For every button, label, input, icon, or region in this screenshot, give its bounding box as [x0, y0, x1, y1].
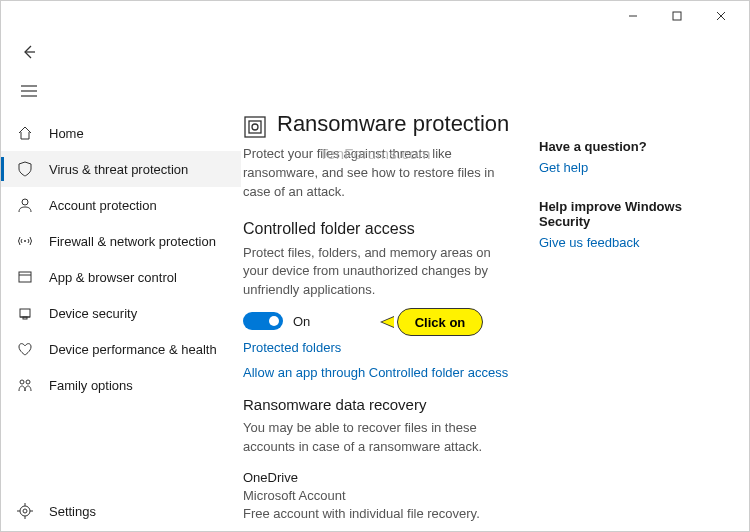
sidebar-item-label: App & browser control — [49, 270, 177, 285]
sidebar-item-virus-threat[interactable]: Virus & threat protection — [1, 151, 241, 187]
sidebar-item-account[interactable]: Account protection — [1, 187, 241, 223]
svg-rect-24 — [249, 121, 261, 133]
ms-account-desc: Free account with individual file recove… — [243, 505, 519, 523]
right-panel: Have a question? Get help Help improve W… — [531, 111, 721, 532]
svg-point-25 — [252, 124, 258, 130]
svg-rect-10 — [19, 272, 31, 282]
allow-app-link[interactable]: Allow an app through Controlled folder a… — [243, 365, 519, 380]
sidebar-item-label: Family options — [49, 378, 133, 393]
get-help-link[interactable]: Get help — [539, 160, 721, 175]
page-title: Ransomware protection — [277, 111, 509, 137]
signal-icon — [15, 231, 35, 251]
cfa-heading: Controlled folder access — [243, 220, 519, 238]
sidebar-item-device-security[interactable]: Device security — [1, 295, 241, 331]
family-icon — [15, 375, 35, 395]
ransomware-icon — [243, 115, 267, 139]
app-icon — [15, 267, 35, 287]
svg-rect-1 — [673, 12, 681, 20]
sidebar-item-label: Account protection — [49, 198, 157, 213]
toggle-label: On — [293, 314, 310, 329]
cfa-toggle[interactable] — [243, 312, 283, 330]
gear-icon — [15, 501, 35, 521]
onedrive-title: OneDrive — [243, 469, 519, 487]
minimize-button[interactable] — [611, 1, 655, 31]
cfa-description: Protect files, folders, and memory areas… — [243, 244, 519, 301]
sidebar-item-label: Device security — [49, 306, 137, 321]
svg-point-9 — [24, 240, 26, 242]
sidebar-item-home[interactable]: Home — [1, 115, 241, 151]
question-heading: Have a question? — [539, 139, 721, 154]
hamburger-row — [1, 73, 749, 109]
svg-rect-12 — [20, 309, 30, 317]
svg-point-17 — [20, 506, 30, 516]
maximize-button[interactable] — [655, 1, 699, 31]
improve-heading: Help improve Windows Security — [539, 199, 721, 229]
sidebar-item-performance[interactable]: Device performance & health — [1, 331, 241, 367]
back-button[interactable] — [15, 38, 43, 66]
svg-point-15 — [20, 380, 24, 384]
sidebar-item-label: Home — [49, 126, 84, 141]
sidebar-item-firewall[interactable]: Firewall & network protection — [1, 223, 241, 259]
main-content: Ransomware protection Protect your files… — [241, 109, 749, 532]
svg-point-16 — [26, 380, 30, 384]
sidebar-item-app-browser[interactable]: App & browser control — [1, 259, 241, 295]
recovery-description: You may be able to recover files in thes… — [243, 419, 519, 457]
home-icon — [15, 123, 35, 143]
hamburger-button[interactable] — [15, 77, 43, 105]
ms-account-label: Microsoft Account — [243, 487, 519, 505]
sidebar-item-family[interactable]: Family options — [1, 367, 241, 403]
protected-folders-link[interactable]: Protected folders — [243, 340, 519, 355]
close-button[interactable] — [699, 1, 743, 31]
chip-icon — [15, 303, 35, 323]
shield-icon — [15, 159, 35, 179]
sidebar-item-label: Virus & threat protection — [49, 162, 188, 177]
feedback-link[interactable]: Give us feedback — [539, 235, 721, 250]
settings-label: Settings — [49, 504, 96, 519]
heart-icon — [15, 339, 35, 359]
svg-point-18 — [23, 509, 27, 513]
person-icon — [15, 195, 35, 215]
sidebar-nav: Home Virus & threat protection Account p… — [1, 109, 241, 532]
sidebar-item-label: Device performance & health — [49, 342, 217, 357]
recovery-heading: Ransomware data recovery — [243, 396, 519, 413]
sidebar-item-settings[interactable]: Settings — [1, 489, 241, 532]
sidebar-item-label: Firewall & network protection — [49, 234, 216, 249]
svg-rect-23 — [245, 117, 265, 137]
svg-rect-14 — [23, 317, 27, 319]
page-intro: Protect your files against threats like … — [243, 145, 519, 202]
back-row — [1, 31, 749, 73]
window-titlebar — [1, 1, 749, 31]
svg-point-8 — [22, 199, 28, 205]
